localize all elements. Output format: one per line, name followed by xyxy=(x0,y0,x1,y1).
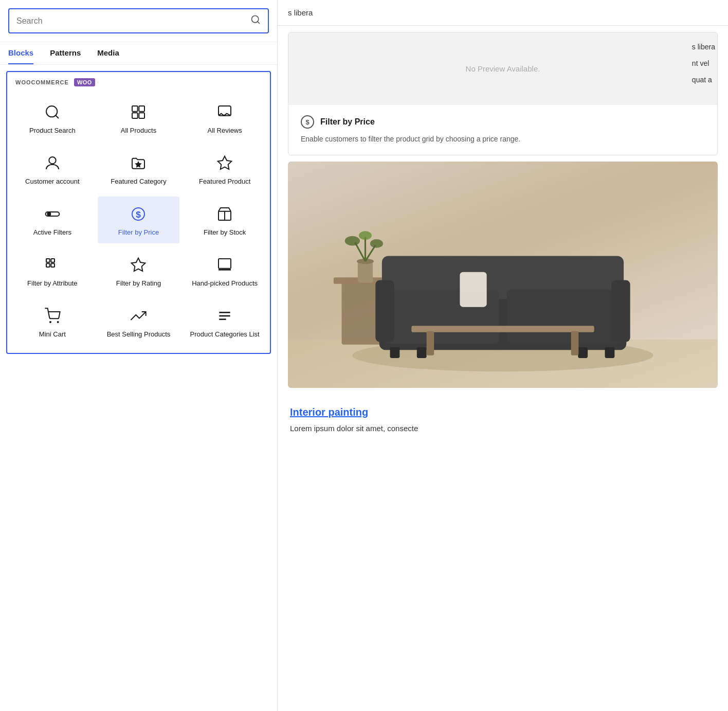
box-icon xyxy=(215,205,234,223)
block-item-product-categories-list[interactable]: Product Categories List xyxy=(184,298,266,345)
block-label: Product Search xyxy=(29,127,76,135)
svg-rect-40 xyxy=(390,347,400,358)
search-input[interactable] xyxy=(16,16,250,26)
partial-text-top: s libera xyxy=(288,8,313,17)
list-lines-icon xyxy=(215,307,234,325)
svg-point-55 xyxy=(370,239,383,248)
svg-rect-44 xyxy=(460,272,486,307)
tabs-row: Blocks Patterns Media xyxy=(0,42,277,65)
filter-info: $ Filter by Price Enable customers to fi… xyxy=(288,104,717,155)
svg-point-9 xyxy=(49,157,56,164)
filter-dollar-icon: $ xyxy=(301,115,314,129)
search-bar xyxy=(0,0,277,42)
blocks-grid: Product Search All Products All Reviews xyxy=(11,95,266,345)
block-label: All Reviews xyxy=(208,127,242,135)
star-outline-icon xyxy=(215,154,234,172)
block-label: Filter by Rating xyxy=(116,279,161,288)
svg-rect-37 xyxy=(506,290,622,344)
left-panel: Blocks Patterns Media WOOCOMMERCE WOO Pr… xyxy=(0,0,278,711)
block-item-product-search[interactable]: Product Search xyxy=(11,95,94,141)
dollar-circle-icon: $ xyxy=(129,205,148,223)
svg-marker-22 xyxy=(132,258,145,271)
svg-rect-20 xyxy=(46,263,50,267)
svg-rect-47 xyxy=(571,331,579,356)
cart-icon xyxy=(43,307,62,325)
partial-top-clip: s libera xyxy=(278,0,728,26)
svg-rect-21 xyxy=(51,263,54,267)
block-item-mini-cart[interactable]: Mini Cart xyxy=(11,298,94,345)
hand-picked-icon xyxy=(215,256,234,274)
svg-rect-41 xyxy=(417,347,427,358)
search-icon xyxy=(43,103,62,121)
block-item-filter-by-attribute[interactable]: Filter by Attribute xyxy=(11,247,94,294)
section-header: WOOCOMMERCE WOO xyxy=(11,78,266,86)
tab-media[interactable]: Media xyxy=(97,42,119,64)
block-item-active-filters[interactable]: Active Filters xyxy=(11,197,94,243)
svg-line-52 xyxy=(365,245,375,261)
woocommerce-label: WOOCOMMERCE xyxy=(15,79,69,85)
block-item-featured-product[interactable]: Featured Product xyxy=(184,146,266,192)
block-label: Filter by Price xyxy=(118,228,159,237)
block-item-filter-by-stock[interactable]: Filter by Stock xyxy=(184,197,266,243)
svg-point-54 xyxy=(359,231,372,240)
block-label: Hand-picked Products xyxy=(192,279,258,288)
product-image xyxy=(288,162,718,388)
svg-marker-10 xyxy=(135,161,142,168)
block-label: All Products xyxy=(121,127,156,135)
product-description: Lorem ipsum dolor sit amet, consecte xyxy=(278,422,728,445)
block-item-filter-by-price[interactable]: $ Filter by Price xyxy=(98,197,180,243)
svg-rect-39 xyxy=(611,280,630,342)
preview-area: No Preview Available. s libera nt vel qu… xyxy=(288,32,717,104)
block-item-featured-category[interactable]: Featured Category xyxy=(98,146,180,192)
partial-text-2: nt vel xyxy=(692,59,715,67)
block-label: Featured Product xyxy=(199,177,250,186)
block-label: Customer account xyxy=(25,177,80,186)
partial-text-1: s libera xyxy=(692,43,715,51)
block-item-hand-picked-products[interactable]: Hand-picked Products xyxy=(184,247,266,294)
partial-texts: s libera nt vel quat a xyxy=(692,43,717,84)
product-title[interactable]: Interior painting xyxy=(278,396,728,422)
trending-icon xyxy=(129,307,148,325)
svg-rect-48 xyxy=(358,261,373,283)
svg-point-2 xyxy=(46,106,57,117)
preview-card: No Preview Available. s libera nt vel qu… xyxy=(288,32,718,155)
svg-rect-18 xyxy=(46,259,50,262)
svg-marker-11 xyxy=(218,156,232,169)
toggle-icon xyxy=(43,205,62,223)
person-icon xyxy=(43,154,62,172)
svg-rect-19 xyxy=(51,259,54,262)
search-button[interactable] xyxy=(250,14,261,27)
block-label: Filter by Stock xyxy=(204,228,246,237)
block-item-all-reviews[interactable]: All Reviews xyxy=(184,95,266,141)
block-item-best-selling-products[interactable]: Best Selling Products xyxy=(98,298,180,345)
svg-rect-23 xyxy=(219,259,231,269)
svg-rect-38 xyxy=(375,280,394,342)
block-item-customer-account[interactable]: Customer account xyxy=(11,146,94,192)
grid-small-icon xyxy=(43,256,62,274)
preview-label: No Preview Available. xyxy=(466,64,540,73)
filter-info-header: $ Filter by Price xyxy=(301,115,705,129)
star-empty-icon xyxy=(129,256,148,274)
svg-rect-46 xyxy=(427,331,434,356)
svg-rect-7 xyxy=(139,113,145,118)
block-label: Product Categories List xyxy=(190,330,260,339)
svg-line-50 xyxy=(355,242,366,261)
filter-info-description: Enable customers to filter the product g… xyxy=(301,134,705,145)
svg-rect-6 xyxy=(132,113,138,118)
svg-text:$: $ xyxy=(136,209,141,219)
svg-rect-4 xyxy=(132,106,138,112)
filter-info-title: Filter by Price xyxy=(320,117,375,127)
search-input-wrapper xyxy=(8,8,269,33)
reviews-icon xyxy=(215,103,234,121)
partial-text-3: quat a xyxy=(692,76,715,84)
block-item-filter-by-rating[interactable]: Filter by Rating xyxy=(98,247,180,294)
block-item-all-products[interactable]: All Products xyxy=(98,95,180,141)
block-label: Best Selling Products xyxy=(107,330,171,339)
sofa-scene-svg xyxy=(288,162,718,388)
tab-blocks[interactable]: Blocks xyxy=(8,42,33,64)
tab-patterns[interactable]: Patterns xyxy=(50,42,81,64)
svg-rect-45 xyxy=(411,326,594,332)
blocks-section: WOOCOMMERCE WOO Product Search All Produ… xyxy=(6,71,271,354)
svg-point-25 xyxy=(49,321,51,323)
block-label: Filter by Attribute xyxy=(27,279,78,288)
